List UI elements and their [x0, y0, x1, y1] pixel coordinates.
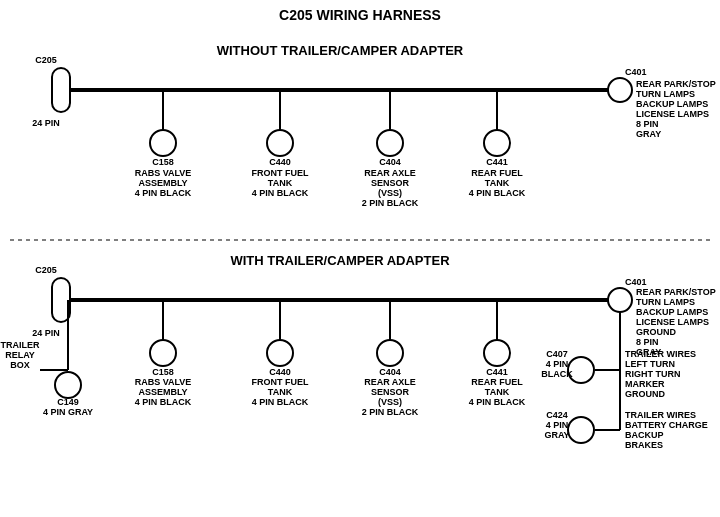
- c401-bottom-desc1: REAR PARK/STOP: [636, 287, 716, 297]
- c407-desc3: RIGHT TURN: [625, 369, 681, 379]
- c441-top-connector: [484, 130, 510, 156]
- c424-desc4: BRAKES: [625, 440, 663, 450]
- page-title: C205 WIRING HARNESS: [279, 7, 441, 23]
- c401-top-color: GRAY: [636, 129, 661, 139]
- c404-top-connector: [377, 130, 403, 156]
- c441-bottom-l1: REAR FUEL: [471, 377, 523, 387]
- c404-top-l3: (VSS): [378, 188, 402, 198]
- c404-bottom-connector: [377, 340, 403, 366]
- c401-bottom-pin: 8 PIN: [636, 337, 659, 347]
- c205-top-id: C205: [35, 55, 57, 65]
- c158-bottom-l1: RABS VALVE: [135, 377, 192, 387]
- c158-top-l1: RABS VALVE: [135, 168, 192, 178]
- c440-bottom-l3: 4 PIN BLACK: [252, 397, 309, 407]
- c401-top-connector: [608, 78, 632, 102]
- c401-bottom-desc2: TURN LAMPS: [636, 297, 695, 307]
- c441-bottom-l2: TANK: [485, 387, 510, 397]
- c441-top-id: C441: [486, 157, 508, 167]
- c401-bottom-desc4: LICENSE LAMPS: [636, 317, 709, 327]
- c401-bottom-desc3: BACKUP LAMPS: [636, 307, 708, 317]
- c404-top-l4: 2 PIN BLACK: [362, 198, 419, 208]
- c404-top-l1: REAR AXLE: [364, 168, 416, 178]
- c205-top-pin: 24 PIN: [32, 118, 60, 128]
- c404-bottom-l2: SENSOR: [371, 387, 410, 397]
- c424-id: C424: [546, 410, 568, 420]
- c158-top-l2: ASSEMBLY: [138, 178, 187, 188]
- c440-top-id: C440: [269, 157, 291, 167]
- c158-bottom-l2: ASSEMBLY: [138, 387, 187, 397]
- c401-bottom-connector: [608, 288, 632, 312]
- section1-label: WITHOUT TRAILER/CAMPER ADAPTER: [217, 43, 464, 58]
- c158-top-id: C158: [152, 157, 174, 167]
- c205-top-connector: [52, 68, 70, 112]
- c401-top-desc4: LICENSE LAMPS: [636, 109, 709, 119]
- c407-color: BLACK: [541, 369, 573, 379]
- c407-desc1: TRAILER WIRES: [625, 349, 696, 359]
- c407-id: C407: [546, 349, 568, 359]
- c401-top-desc: REAR PARK/STOP: [636, 79, 716, 89]
- c404-top-l2: SENSOR: [371, 178, 410, 188]
- c424-desc3: BACKUP: [625, 430, 664, 440]
- c441-bottom-l3: 4 PIN BLACK: [469, 397, 526, 407]
- c158-bottom-l3: 4 PIN BLACK: [135, 397, 192, 407]
- c424-color: GRAY: [544, 430, 569, 440]
- c440-bottom-l1: FRONT FUEL: [252, 377, 309, 387]
- c441-bottom-connector: [484, 340, 510, 366]
- c424-desc2: BATTERY CHARGE: [625, 420, 708, 430]
- c404-top-id: C404: [379, 157, 401, 167]
- c401-bottom-id: C401: [625, 277, 647, 287]
- c441-top-l2: TANK: [485, 178, 510, 188]
- c205-bottom-pin: 24 PIN: [32, 328, 60, 338]
- c158-top-connector: [150, 130, 176, 156]
- trailer-relay-label1: TRAILER: [1, 340, 40, 350]
- c407-desc4: MARKER: [625, 379, 665, 389]
- c440-top-l2: TANK: [268, 178, 293, 188]
- c424-pin: 4 PIN: [546, 420, 569, 430]
- c441-top-l1: REAR FUEL: [471, 168, 523, 178]
- c158-top-l3: 4 PIN BLACK: [135, 188, 192, 198]
- c158-bottom-id: C158: [152, 367, 174, 377]
- trailer-relay-label2: RELAY: [5, 350, 35, 360]
- trailer-relay-label3: BOX: [10, 360, 30, 370]
- section2-label: WITH TRAILER/CAMPER ADAPTER: [230, 253, 450, 268]
- c401-top-pin: 8 PIN: [636, 119, 659, 129]
- c424-connector: [568, 417, 594, 443]
- c149-label: 4 PIN GRAY: [43, 407, 93, 417]
- c158-bottom-connector: [150, 340, 176, 366]
- c407-pin: 4 PIN: [546, 359, 569, 369]
- c205-bottom-id: C205: [35, 265, 57, 275]
- c149-id: C149: [57, 397, 79, 407]
- c404-bottom-id: C404: [379, 367, 401, 377]
- c407-desc5: GROUND: [625, 389, 665, 399]
- c440-top-l1: FRONT FUEL: [252, 168, 309, 178]
- c404-bottom-l1: REAR AXLE: [364, 377, 416, 387]
- c441-top-l3: 4 PIN BLACK: [469, 188, 526, 198]
- c440-bottom-id: C440: [269, 367, 291, 377]
- c149-connector: [55, 372, 81, 398]
- c401-top-id: C401: [625, 67, 647, 77]
- c440-top-l3: 4 PIN BLACK: [252, 188, 309, 198]
- c401-bottom-desc5: GROUND: [636, 327, 676, 337]
- c441-bottom-id: C441: [486, 367, 508, 377]
- c401-top-desc3: BACKUP LAMPS: [636, 99, 708, 109]
- c440-bottom-connector: [267, 340, 293, 366]
- c404-bottom-l3: (VSS): [378, 397, 402, 407]
- c407-desc2: LEFT TURN: [625, 359, 675, 369]
- c424-desc1: TRAILER WIRES: [625, 410, 696, 420]
- c440-top-connector: [267, 130, 293, 156]
- c401-top-desc2: TURN LAMPS: [636, 89, 695, 99]
- c404-bottom-l4: 2 PIN BLACK: [362, 407, 419, 417]
- c440-bottom-l2: TANK: [268, 387, 293, 397]
